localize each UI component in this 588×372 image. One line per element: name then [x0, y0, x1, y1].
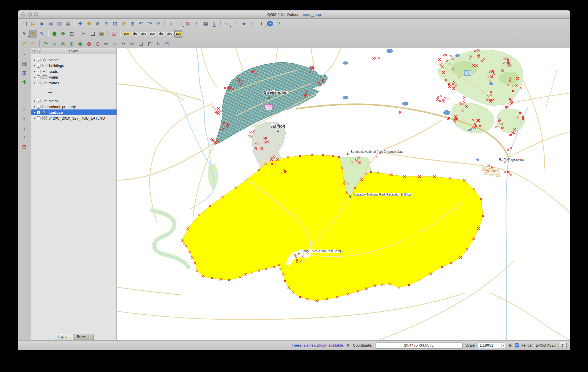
new-shapefile-layer-icon[interactable]: ✚ [20, 78, 28, 86]
zoom-to-selection-icon[interactable]: ⊕ [120, 20, 128, 28]
add-delimited-text-layer-icon[interactable]: , [20, 96, 28, 105]
expander-icon[interactable]: ▶ [33, 70, 37, 73]
help-icon[interactable]: ? [266, 20, 274, 28]
dropdown-caret-icon[interactable]: ▾ [230, 25, 231, 28]
panel-tab-browser[interactable]: Browser [73, 334, 94, 340]
add-spatialite-layer-icon[interactable]: , [20, 87, 28, 95]
scale-combo[interactable]: 1:19951 ▾ [478, 343, 505, 348]
layer-visibility-checkbox[interactable]: ✓ [37, 58, 40, 62]
highlight-pinned-labels-icon[interactable]: abc [148, 30, 156, 38]
toggle-editing-icon[interactable]: ✎ [29, 30, 37, 38]
new-bookmark-icon[interactable]: ★ [240, 20, 248, 28]
paste-features-icon[interactable]: ▣ [97, 30, 106, 38]
panel-close-button[interactable]: ✕ [32, 49, 36, 53]
layer-visibility-checkbox[interactable]: ✓ [37, 75, 40, 79]
delete-selected-icon[interactable]: ☒ [110, 30, 118, 38]
layer-visibility-checkbox[interactable]: ✓ [37, 81, 40, 85]
zoom-last-icon[interactable]: ↶ [137, 20, 145, 28]
show-bookmarks-icon[interactable]: ☆ [249, 20, 257, 28]
zoom-next-icon[interactable]: ↷ [146, 20, 154, 28]
redraw-icon[interactable]: ⟲ [163, 40, 171, 48]
map-canvas[interactable]: Swellendam Railton Bontebok National Par… [117, 48, 570, 340]
layer-visibility-checkbox[interactable]: ✓ [37, 99, 40, 103]
layer-item-rivers[interactable]: ▶✓rivers [31, 98, 117, 104]
select-by-expression-icon[interactable]: ε [193, 20, 201, 28]
landuse-polygon[interactable] [182, 155, 483, 301]
move-label-icon[interactable]: abc [157, 30, 165, 38]
layer-item-places[interactable]: ▶✓places [31, 57, 117, 63]
move-feature-icon[interactable]: ✥ [59, 30, 67, 38]
expander-icon[interactable]: ▶ [33, 117, 37, 120]
label-options-icon[interactable]: abc [131, 30, 139, 38]
crs-button[interactable]: ◎ [559, 342, 567, 349]
add-wfs-layer-icon[interactable]: ♁ [20, 124, 28, 132]
remove-layer-icon[interactable]: ⊟ [20, 143, 28, 151]
scale-extent-icon[interactable]: ⊕ [508, 343, 512, 348]
text-annotation-icon[interactable]: T▾ [257, 20, 265, 28]
add-feature-icon[interactable]: ⬟ [50, 30, 58, 38]
rotate-feature-icon[interactable]: ⟳ [42, 40, 50, 48]
rotate-label-icon[interactable]: abc [166, 30, 174, 38]
add-part-icon[interactable]: ⊕ [68, 40, 76, 48]
fill-ring-icon[interactable]: ◉ [76, 40, 84, 48]
panel-undock-button[interactable]: ▫ [37, 49, 41, 53]
new-project-icon[interactable]: ▢ [21, 20, 29, 28]
layer-visibility-checkbox[interactable]: ✓ [37, 70, 40, 73]
layer-item-water[interactable]: ▶✓water [31, 74, 117, 80]
zoom-button[interactable] [34, 12, 38, 16]
pin-labels-icon[interactable]: abc [140, 30, 148, 38]
current-edits-icon[interactable]: ✎▾ [21, 30, 29, 38]
layer-visibility-checkbox[interactable]: ✓ [37, 64, 40, 68]
offset-curve-icon[interactable]: ≋ [111, 40, 119, 48]
undo-icon[interactable]: ↶ [21, 40, 29, 48]
dropdown-caret-icon[interactable]: ▾ [183, 25, 184, 28]
deselect-features-icon[interactable]: ☒ [184, 20, 192, 28]
add-vector-layer-icon[interactable]: V [20, 50, 28, 58]
rotate-point-symbols-icon[interactable]: ↻ [154, 40, 162, 48]
whats-this-icon[interactable]: ? [275, 20, 283, 28]
add-raster-layer-icon[interactable]: ▦ [20, 59, 28, 68]
new-print-composer-icon[interactable]: ▥ [55, 20, 63, 28]
map-tips-icon[interactable]: ❝ [231, 20, 239, 28]
change-label-icon[interactable]: abc [174, 30, 182, 38]
title-bar[interactable]: QGIS 2.0.1-Dufour – basic_map [18, 10, 570, 19]
save-project-icon[interactable]: ▣ [38, 20, 46, 28]
open-attribute-table-icon[interactable]: ▦ [201, 20, 210, 28]
labeling-icon[interactable]: abc [122, 30, 130, 38]
layer-visibility-checkbox[interactable]: ✓ [37, 111, 40, 114]
reshape-features-icon[interactable]: ✏ [102, 40, 110, 48]
split-features-icon[interactable]: ✂ [120, 40, 128, 48]
close-button[interactable] [21, 12, 25, 16]
split-parts-icon[interactable]: ✄ [128, 40, 136, 48]
expander-icon[interactable]: ▶ [33, 76, 37, 79]
layer-item-3420C_2010_327_RGB_LATLNG[interactable]: ▶3420C_2010_327_RGB_LATLNG [31, 115, 117, 121]
add-wms-layer-icon[interactable]: ♁ [20, 106, 28, 114]
composer-manager-icon[interactable]: ▦ [64, 20, 72, 28]
render-checkbox[interactable]: ✓ [515, 343, 519, 347]
layer-item-landuse[interactable]: ▶✓landuse [31, 109, 117, 115]
layer-item-school_property[interactable]: ▶✓school_property [31, 104, 117, 109]
identify-features-icon[interactable]: ℹ [167, 20, 175, 28]
dropdown-caret-icon[interactable]: ▾ [265, 25, 266, 28]
zoom-out-icon[interactable]: ⊖ [102, 20, 110, 28]
zoom-full-icon[interactable]: ⊡ [111, 20, 119, 28]
add-wcs-layer-icon[interactable]: ♁ [20, 115, 28, 123]
node-tool-icon[interactable]: ⊡ [68, 30, 76, 38]
open-project-icon[interactable]: ▤ [29, 20, 37, 28]
expander-icon[interactable]: ▶ [33, 59, 37, 61]
layer-item-routes[interactable]: ▼✓routes [31, 80, 117, 86]
pan-to-selection-icon[interactable]: ✥ [85, 20, 93, 28]
measure-icon[interactable]: ▱▾ [223, 20, 231, 28]
redo-icon[interactable]: ↷ [29, 40, 37, 48]
layer-visibility-checkbox[interactable]: ✓ [37, 105, 40, 109]
expander-icon[interactable]: ▶ [33, 100, 37, 102]
save-layer-edits-icon[interactable]: ✎ [38, 30, 46, 38]
chevron-down-icon[interactable]: ▾ [501, 343, 505, 348]
pan-map-icon[interactable]: ✥ [76, 20, 84, 28]
dropdown-caret-icon[interactable]: ▾ [28, 35, 29, 38]
zoom-in-icon[interactable]: ⊕ [94, 20, 102, 28]
expander-icon[interactable]: ▶ [33, 111, 37, 114]
expander-icon[interactable]: ▶ [33, 64, 37, 67]
merge-features-icon[interactable]: ⊔ [137, 40, 145, 48]
panel-tab-layers[interactable]: Layers [54, 334, 72, 340]
